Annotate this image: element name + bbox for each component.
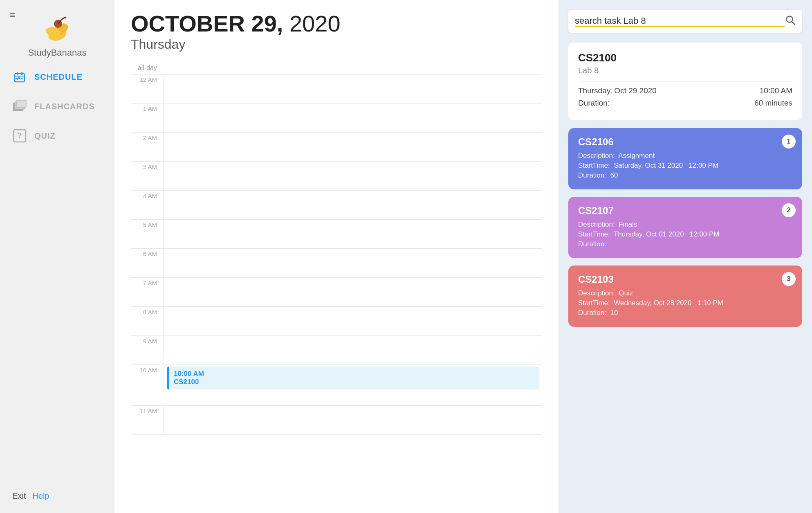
help-link[interactable]: Help	[32, 491, 49, 501]
calendar-event-cs2100[interactable]: 10:00 AM CS2100	[167, 367, 539, 389]
search-bar	[568, 10, 802, 33]
day-subtitle: Thursday	[131, 37, 542, 52]
sidebar: ≡ StudyBananas	[0, 0, 114, 513]
result-duration-row: Duration: 60 minutes	[578, 99, 792, 108]
time-label: 9 AM	[131, 336, 164, 344]
start-date-1: Saturday, Oct 31 2020	[614, 162, 683, 169]
time-row: 3 AM	[131, 162, 542, 191]
top-result-course: CS2100	[578, 52, 792, 64]
result-start-2: StartTime: Thursday, Oct 01 2020 12:00 P…	[578, 230, 792, 239]
time-label: 7 AM	[131, 278, 164, 286]
sidebar-bottom-links: Exit Help	[12, 491, 49, 501]
schedule-label: SCHEDULE	[34, 72, 83, 82]
time-label: 11 AM	[131, 406, 164, 414]
time-slot-content	[164, 278, 542, 306]
all-day-row: all-day	[131, 62, 542, 74]
desc-label-2: Description:	[578, 220, 615, 228]
time-slot-content	[164, 406, 542, 434]
search-result-2[interactable]: 2 CS2107 Description: Finals StartTime: …	[568, 197, 802, 258]
time-label: 1 AM	[131, 104, 164, 112]
right-panel: CS2100 Lab 8 Thursday, Oct 29 2020 10:00…	[559, 0, 812, 513]
desc-value-2: Finals	[619, 220, 637, 228]
result-divider	[578, 81, 792, 81]
start-label-1: StartTime:	[578, 162, 610, 169]
svg-rect-6	[21, 72, 22, 75]
time-slot-content	[164, 307, 542, 335]
time-row: 1 AM	[131, 104, 542, 133]
result-duration-label: Duration:	[578, 99, 610, 108]
schedule-icon	[12, 70, 27, 84]
time-slot-content	[164, 220, 542, 248]
top-result-task: Lab 8	[578, 66, 792, 75]
svg-line-16	[792, 22, 795, 25]
time-slot-content	[164, 74, 542, 103]
calendar-container: all-day 12 AM 1 AM 2 AM 3 AM	[131, 62, 542, 501]
time-label: 2 AM	[131, 133, 164, 141]
time-slot-content	[164, 104, 542, 132]
time-row: 11 AM	[131, 406, 542, 435]
search-result-1[interactable]: 1 CS2106 Description: Assignment StartTi…	[568, 128, 802, 189]
desc-value-1: Assignment	[618, 152, 655, 160]
desc-value-3: Quiz	[619, 289, 633, 297]
start-time-2: 12:00 PM	[690, 230, 720, 238]
time-row: 9 AM	[131, 336, 542, 365]
time-label: 10 AM	[131, 365, 164, 374]
result-course-2: CS2107	[578, 205, 792, 216]
result-duration-1: Duration: 60	[578, 171, 792, 180]
time-slot-content	[164, 133, 542, 161]
search-input[interactable]	[575, 16, 785, 27]
result-duration-3: Duration: 10	[578, 309, 792, 317]
result-description-3: Description: Quiz	[578, 289, 792, 297]
start-time-3: 1:10 PM	[698, 299, 723, 307]
sidebar-item-flashcards[interactable]: FLASHCARDS	[0, 92, 114, 121]
flashcards-icon	[12, 99, 27, 114]
hamburger-icon[interactable]: ≡	[10, 10, 15, 20]
result-badge-3: 3	[782, 272, 796, 286]
time-row-10am: 10 AM 10:00 AM CS2100	[131, 365, 542, 406]
search-result-3[interactable]: 3 CS2103 Description: Quiz StartTime: We…	[568, 266, 802, 327]
time-label: 5 AM	[131, 220, 164, 228]
start-date-2: Thursday, Oct 01 2020	[614, 230, 684, 238]
time-row: 5 AM	[131, 220, 542, 249]
date-bold: OCTOBER 29,	[131, 11, 283, 36]
desc-label-1: Description:	[578, 152, 615, 160]
flashcards-label: FLASHCARDS	[34, 102, 95, 111]
date-year: 2020	[283, 11, 340, 36]
dur-value-3: 10	[610, 309, 618, 317]
time-rows[interactable]: 12 AM 1 AM 2 AM 3 AM 4 AM	[131, 74, 542, 497]
exit-link[interactable]: Exit	[12, 491, 26, 501]
time-slot-content	[164, 336, 542, 364]
time-slot-content: 10:00 AM CS2100	[164, 365, 542, 394]
main-content: OCTOBER 29, 2020 Thursday all-day 12 AM …	[114, 0, 559, 513]
result-duration-2: Duration:	[578, 240, 792, 248]
start-label-2: StartTime:	[578, 230, 610, 238]
time-row: 8 AM	[131, 307, 542, 336]
result-start-3: StartTime: Wednesday, Oct 28 2020 1:10 P…	[578, 299, 792, 307]
result-course-3: CS2103	[578, 274, 792, 285]
result-time-value: 10:00 AM	[760, 86, 792, 95]
time-slot-content	[164, 162, 542, 190]
time-row: 4 AM	[131, 191, 542, 220]
start-time-1: 12:00 PM	[689, 162, 718, 169]
start-date-3: Wednesday, Oct 28 2020	[614, 299, 691, 307]
sidebar-item-quiz[interactable]: ? QUIZ	[0, 121, 114, 151]
result-duration-value: 60 minutes	[754, 99, 792, 108]
time-row: 12 AM	[131, 74, 542, 104]
result-description-1: Description: Assignment	[578, 152, 792, 160]
dur-label-2: Duration:	[578, 240, 606, 248]
result-badge-1: 1	[782, 135, 796, 148]
time-row: 7 AM	[131, 278, 542, 307]
time-label: 6 AM	[131, 249, 164, 257]
time-label: 8 AM	[131, 307, 164, 315]
desc-label-3: Description:	[578, 289, 615, 297]
time-slot-content	[164, 191, 542, 219]
search-icon[interactable]	[785, 15, 796, 28]
time-slot-content	[164, 249, 542, 277]
event-time: 10:00 AM	[174, 370, 534, 378]
dur-value-1: 60	[610, 171, 618, 179]
all-day-label: all-day	[131, 64, 164, 72]
time-label: 12 AM	[131, 74, 164, 83]
logo-container: StudyBananas	[28, 12, 86, 58]
quiz-label: QUIZ	[34, 131, 56, 141]
sidebar-item-schedule[interactable]: SCHEDULE	[0, 62, 114, 92]
